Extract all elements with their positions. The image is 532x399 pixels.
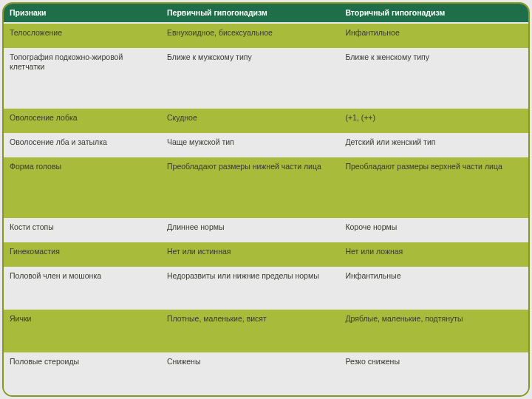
- header-signs: Признаки: [4, 4, 161, 23]
- cell: Половой член и мошонка: [4, 267, 161, 310]
- table-row: Оволосение лобка Скудное (+1, (++): [4, 109, 528, 133]
- header-primary: Первичный гипогонадизм: [161, 4, 339, 23]
- table-row: Яички Плотные, маленькие, висят Дряблые,…: [4, 310, 528, 352]
- cell: Дряблые, маленькие, подтянуты: [339, 310, 528, 352]
- table-row: Половой член и мошонка Недоразвиты или н…: [4, 267, 528, 310]
- slide: Признаки Первичный гипогонадизм Вторичны…: [0, 0, 532, 399]
- cell: Ближе к женскому типу: [339, 48, 528, 109]
- header-secondary: Вторичный гипогонадизм: [339, 4, 528, 23]
- cell: Детский или женский тип: [339, 133, 528, 157]
- cell: Половые стероиды: [4, 352, 161, 395]
- cell: Преобладают размеры нижней части лица: [161, 157, 339, 218]
- cell: Гинекомастия: [4, 242, 161, 267]
- table-row: Гинекомастия Нет или истинная Нет или ло…: [4, 242, 528, 267]
- table-frame: Признаки Первичный гипогонадизм Вторичны…: [2, 2, 530, 397]
- cell: Кости стопы: [4, 218, 161, 242]
- cell: Евнухоидное, бисексуальное: [161, 23, 339, 48]
- table-row: Форма головы Преобладают размеры нижней …: [4, 157, 528, 218]
- cell: Чаще мужской тип: [161, 133, 339, 157]
- cell: Длиннее нормы: [161, 218, 339, 242]
- cell: Форма головы: [4, 157, 161, 218]
- table-row: Оволосение лба и затылка Чаще мужской ти…: [4, 133, 528, 157]
- table-row: Топография подкожно-жировой клетчатки Бл…: [4, 48, 528, 109]
- cell: Телосложение: [4, 23, 161, 48]
- header-row: Признаки Первичный гипогонадизм Вторичны…: [4, 4, 528, 23]
- cell: Инфантильные: [339, 267, 528, 310]
- cell: Нет или ложная: [339, 242, 528, 267]
- cell: Резко снижены: [339, 352, 528, 395]
- cell: (+1, (++): [339, 109, 528, 133]
- comparison-table: Признаки Первичный гипогонадизм Вторичны…: [4, 4, 528, 395]
- cell: Недоразвиты или нижние пределы нормы: [161, 267, 339, 310]
- cell: Снижены: [161, 352, 339, 395]
- table-row: Телосложение Евнухоидное, бисексуальное …: [4, 23, 528, 48]
- cell: Оволосение лобка: [4, 109, 161, 133]
- cell: Топография подкожно-жировой клетчатки: [4, 48, 161, 109]
- cell: Короче нормы: [339, 218, 528, 242]
- cell: Скудное: [161, 109, 339, 133]
- cell: Нет или истинная: [161, 242, 339, 267]
- table-row: Кости стопы Длиннее нормы Короче нормы: [4, 218, 528, 242]
- cell: Яички: [4, 310, 161, 352]
- cell: Ближе к мужскому типу: [161, 48, 339, 109]
- cell: Преобладают размеры верхней части лица: [339, 157, 528, 218]
- cell: Плотные, маленькие, висят: [161, 310, 339, 352]
- table-row: Половые стероиды Снижены Резко снижены: [4, 352, 528, 395]
- cell: Инфантильное: [339, 23, 528, 48]
- cell: Оволосение лба и затылка: [4, 133, 161, 157]
